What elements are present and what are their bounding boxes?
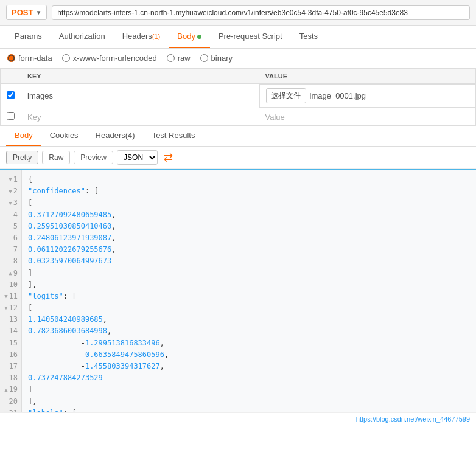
body-active-dot [197, 35, 201, 39]
json-line: -1.455803394317627, [28, 361, 470, 372]
file-name: image_0001.jpg [310, 91, 366, 100]
line-number: 13 [0, 314, 21, 325]
json-line: { [28, 174, 470, 186]
response-tab-test-results[interactable]: Test Results [144, 126, 204, 146]
view-raw-button[interactable]: Raw [42, 151, 70, 164]
option-form-data[interactable]: form-data [7, 54, 52, 63]
line-number: ▼3 [0, 197, 21, 209]
json-line: "logits": [ [28, 291, 470, 302]
line-number: ▼1 [0, 174, 21, 186]
json-line: 0.737247884273529 [28, 372, 470, 384]
json-line: ] [28, 384, 470, 395]
url-input[interactable] [52, 5, 470, 20]
tab-headers-label: Headers [122, 32, 152, 41]
row2-checkbox[interactable] [7, 112, 15, 120]
line-number: ▼2 [0, 186, 21, 197]
json-line: -1.299513816833496, [28, 338, 470, 349]
method-button[interactable]: POST ▼ [6, 5, 47, 20]
line-number: 8 [0, 255, 21, 267]
json-line: 0.24806123971939087, [28, 232, 470, 244]
col-key: KEY [21, 69, 259, 84]
json-line: 0.37127092480659485, [28, 209, 470, 221]
json-line: ], [28, 279, 470, 291]
raw-label: raw [178, 54, 191, 63]
key-placeholder: Key [27, 113, 41, 122]
json-line: 0.06112022679255676, [28, 244, 470, 255]
line-number: 16 [0, 349, 21, 361]
line-number: 20 [0, 396, 21, 408]
form-data-table: KEY VALUE images 选择文件 image_0001.jpg Key [0, 68, 476, 126]
radio-raw[interactable] [167, 54, 175, 62]
line-number: 15 [0, 338, 21, 349]
status-bar: https://blog.csdn.net/weixin_44677599 [0, 412, 476, 425]
url-bar: POST ▼ [0, 0, 476, 26]
tab-authorization[interactable]: Authorization [51, 26, 114, 48]
key-value-images: images [27, 91, 53, 100]
method-label: POST [12, 8, 33, 17]
body-options: form-data x-www-form-urlencoded raw bina… [0, 49, 476, 68]
json-line: "labels": [ [28, 408, 470, 412]
row-checkbox[interactable] [7, 91, 15, 99]
line-number: ▼12 [0, 302, 21, 314]
nav-tabs: Params Authorization Headers(1) Body Pre… [0, 26, 476, 49]
line-number: 5 [0, 221, 21, 232]
json-line: 1.140504240989685, [28, 314, 470, 325]
option-urlencoded[interactable]: x-www-form-urlencoded [62, 54, 157, 63]
status-text: https://blog.csdn.net/weixin_44677599 [356, 415, 470, 423]
wrap-icon[interactable]: ⇄ [164, 151, 173, 164]
line-number: ▲9 [0, 268, 21, 279]
value-placeholder: Value [265, 113, 285, 122]
response-headers-badge: (4) [125, 131, 135, 140]
line-number: 4 [0, 209, 21, 221]
binary-label: binary [211, 54, 233, 63]
choose-file-button[interactable]: 选择文件 [266, 88, 306, 103]
json-line: ], [28, 396, 470, 408]
json-content[interactable]: { "confidences": [ [ 0.37127092480659485… [22, 170, 476, 412]
line-number: ▼11 [0, 291, 21, 302]
key-cell-images: images [21, 84, 259, 108]
table-row: Key Value [1, 108, 476, 126]
json-line: "confidences": [ [28, 186, 470, 197]
method-chevron-icon: ▼ [35, 9, 41, 16]
radio-urlencoded[interactable] [62, 54, 70, 62]
json-line: 0.25951030850410460, [28, 221, 470, 232]
view-preview-button[interactable]: Preview [74, 151, 113, 164]
line-number: 18 [0, 372, 21, 384]
json-view: ▼1▼2▼345678▲910▼11▼12131415161718▲1920▼2… [0, 169, 476, 412]
response-tab-headers[interactable]: Headers(4) [87, 126, 144, 146]
row2-checkbox-cell [1, 108, 21, 126]
value-cell-images: 选择文件 image_0001.jpg [259, 84, 476, 108]
radio-form-data[interactable] [7, 54, 15, 62]
line-number: 14 [0, 325, 21, 337]
json-line: [ [28, 197, 470, 209]
tab-body[interactable]: Body [169, 26, 210, 48]
col-checkbox [1, 69, 21, 84]
response-tab-cookies[interactable]: Cookies [41, 126, 87, 146]
response-tab-body[interactable]: Body [6, 126, 41, 146]
line-number: 7 [0, 244, 21, 255]
urlencoded-label: x-www-form-urlencoded [73, 54, 157, 63]
option-binary[interactable]: binary [200, 54, 233, 63]
response-tabs: Body Cookies Headers(4) Test Results [0, 126, 476, 147]
form-data-label: form-data [18, 54, 52, 63]
line-number: 6 [0, 232, 21, 244]
format-select[interactable]: JSON [117, 150, 158, 165]
radio-binary[interactable] [200, 54, 208, 62]
tab-pre-request[interactable]: Pre-request Script [210, 26, 291, 48]
line-number: 17 [0, 361, 21, 372]
response-headers-label: Headers [96, 131, 125, 140]
view-pretty-button[interactable]: Pretty [6, 151, 38, 164]
json-line: 0.03235970064997673 [28, 255, 470, 267]
tab-tests[interactable]: Tests [291, 26, 326, 48]
json-line: ] [28, 268, 470, 279]
value-cell-empty: Value [259, 108, 476, 126]
line-numbers: ▼1▼2▼345678▲910▼11▼12131415161718▲1920▼2… [0, 170, 22, 412]
key-cell-empty: Key [21, 108, 259, 126]
tab-params[interactable]: Params [6, 26, 51, 48]
tab-headers[interactable]: Headers(1) [114, 26, 169, 48]
row-checkbox-cell [1, 84, 21, 108]
option-raw[interactable]: raw [167, 54, 191, 63]
json-line: [ [28, 302, 470, 314]
tab-body-label: Body [177, 32, 195, 41]
table-row: images 选择文件 image_0001.jpg [1, 84, 476, 108]
